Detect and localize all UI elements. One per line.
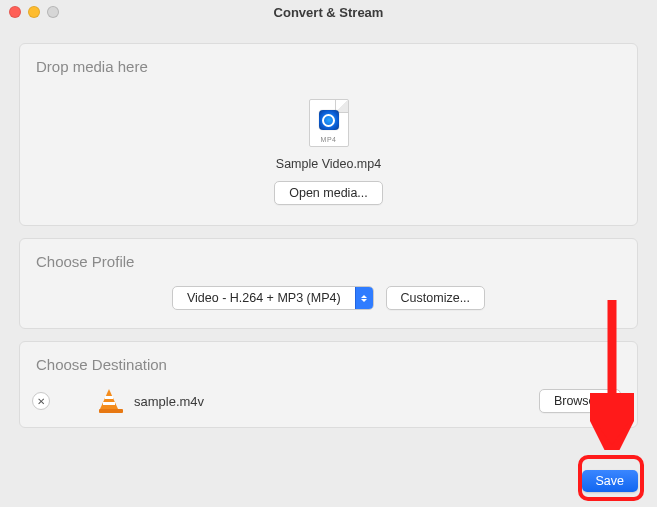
media-file-name: Sample Video.mp4 [276,157,381,171]
choose-destination-title: Choose Destination [36,356,621,373]
drop-area[interactable]: MP4 Sample Video.mp4 Open media... [36,85,621,211]
choose-profile-title: Choose Profile [36,253,621,270]
media-file-icon: MP4 [309,99,349,147]
drop-media-panel: Drop media here MP4 Sample Video.mp4 Ope… [19,43,638,226]
clear-destination-button[interactable]: ✕ [32,392,50,410]
drop-media-title: Drop media here [36,58,621,75]
customize-button[interactable]: Customize... [386,286,485,310]
save-button[interactable]: Save [582,470,639,492]
window-title: Convert & Stream [0,5,657,20]
choose-destination-panel: Choose Destination ✕ sample.m4v Browse..… [19,341,638,428]
window-controls [0,6,59,18]
chevron-up-down-icon [355,287,373,309]
choose-profile-panel: Choose Profile Video - H.264 + MP3 (MP4)… [19,238,638,329]
destination-file-name: sample.m4v [134,394,204,409]
zoom-window-button [47,6,59,18]
profile-select[interactable]: Video - H.264 + MP3 (MP4) [172,286,374,310]
quicktime-icon [319,110,339,130]
close-window-button[interactable] [9,6,21,18]
titlebar: Convert & Stream [0,0,657,24]
open-media-button[interactable]: Open media... [274,181,383,205]
vlc-file-icon [100,389,122,413]
minimize-window-button[interactable] [28,6,40,18]
profile-select-value: Video - H.264 + MP3 (MP4) [173,291,355,305]
browse-button[interactable]: Browse... [539,389,621,413]
file-extension-label: MP4 [310,136,348,143]
